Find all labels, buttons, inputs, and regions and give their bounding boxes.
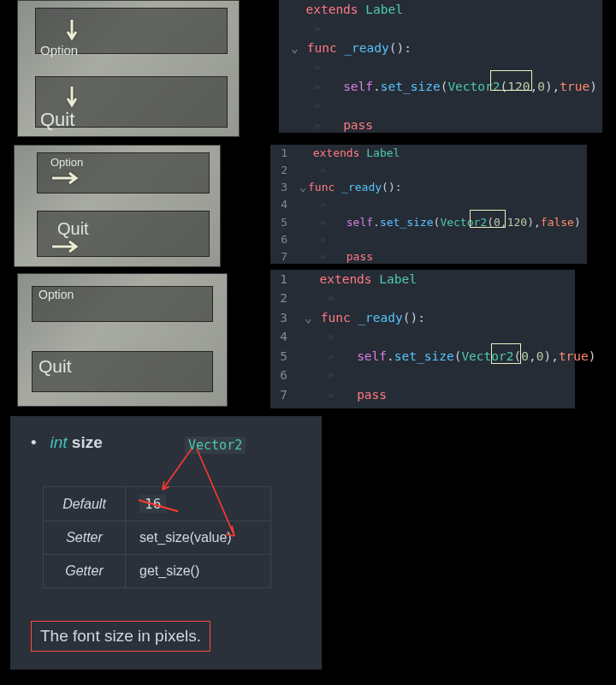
- code-line: »: [299, 196, 587, 213]
- game-panel-3: Option Quit: [17, 273, 228, 407]
- quit-label: Quit: [38, 356, 72, 377]
- code-line: ⌄ func _ready():: [291, 39, 602, 57]
- getter-key: Getter: [44, 555, 126, 588]
- table-row: Getter get_size(): [44, 555, 271, 588]
- code-line: » pass: [299, 248, 587, 265]
- annotation-arrow-icon: [147, 442, 250, 545]
- arrow-down-icon: [66, 85, 78, 109]
- arrow-down-icon: [66, 18, 78, 42]
- code-line: »: [299, 162, 587, 179]
- code-line: » self.set_size(Vector2(0,0),true): [305, 347, 575, 366]
- getter-value: get_size(): [126, 555, 271, 588]
- code-line: »: [305, 366, 575, 384]
- game-panel-1: Option Quit: [17, 0, 240, 137]
- docs-panel: • int size Vector2 Default 16 Setter set…: [10, 416, 322, 670]
- line-gutter: 1234567: [270, 145, 293, 264]
- code-line: extends Label: [299, 145, 587, 162]
- line-gutter: 1234567: [270, 270, 293, 408]
- code-line: »: [305, 327, 575, 346]
- code-line: » self.set_size(Vector2(0,120),false): [299, 214, 587, 231]
- option-label: Option: [40, 43, 78, 57]
- code-line: »: [305, 289, 575, 307]
- arrow-right-icon: [50, 171, 80, 185]
- code-line: ⌄func _ready():: [299, 179, 587, 196]
- code-panel-3: 1234567 extends Label » ⌄ func _ready():…: [270, 270, 575, 408]
- setter-key: Setter: [44, 521, 126, 555]
- code-line: » pass: [291, 116, 602, 134]
- code-line: »: [299, 231, 587, 248]
- code-panel-1: extends Label » ⌄ func _ready(): » » sel…: [279, 0, 602, 133]
- code-line: extends Label: [305, 270, 575, 289]
- code-line: » pass: [305, 385, 575, 404]
- option-label: Option: [38, 288, 74, 301]
- quit-label: Quit: [57, 219, 89, 239]
- game-panel-2: Option Quit: [14, 145, 221, 267]
- code-line: »: [291, 19, 602, 38]
- code-line: extends Label: [291, 0, 602, 19]
- code-line: »: [291, 57, 602, 76]
- code-line: »: [291, 96, 602, 115]
- code-line: » self.set_size(Vector2(120,0),true): [291, 77, 602, 96]
- code-panel-2: 1234567 extends Label » ⌄func _ready(): …: [270, 145, 587, 264]
- default-key: Default: [44, 487, 126, 521]
- code-line: ⌄ func _ready():: [305, 308, 575, 327]
- description-highlight: The font size in pixels.: [31, 621, 210, 652]
- arrow-right-icon: [50, 240, 80, 253]
- quit-label: Quit: [40, 109, 74, 131]
- option-label: Option: [50, 156, 83, 169]
